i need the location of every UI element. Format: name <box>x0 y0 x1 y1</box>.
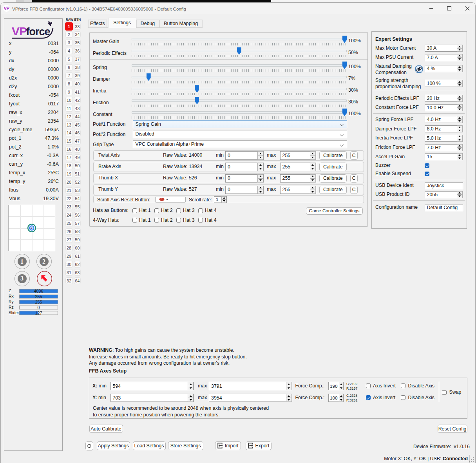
svg-text:VP: VP <box>4 6 9 11</box>
svg-text:force: force <box>26 26 51 38</box>
svg-text:VP: VP <box>12 25 27 38</box>
